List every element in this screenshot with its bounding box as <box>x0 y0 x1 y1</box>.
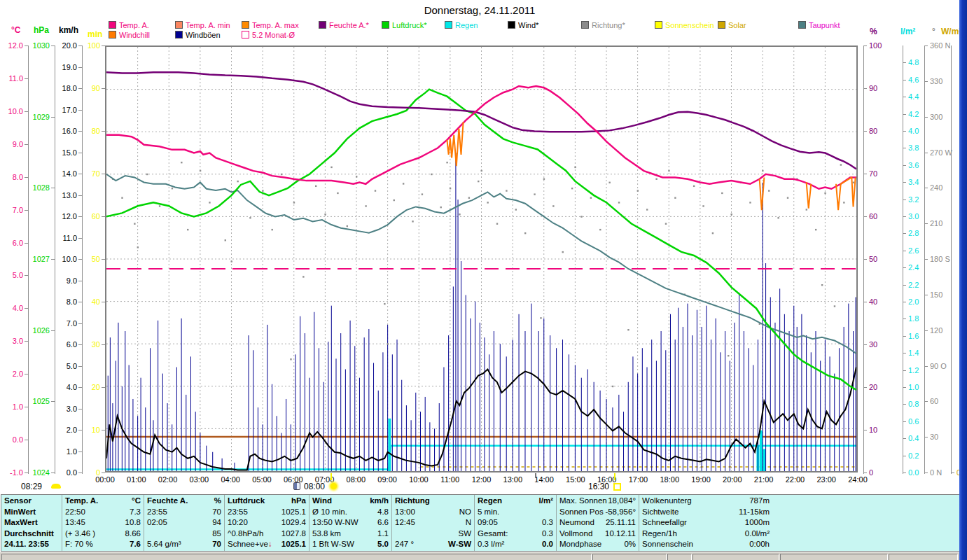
axis-tick <box>78 366 82 367</box>
legend-swatch <box>175 31 183 38</box>
axis-tick-label: 0.8 <box>908 400 919 408</box>
legend-label: Regen <box>455 21 478 29</box>
axis-tick-label: 50 <box>92 255 100 263</box>
cell-label: ^0.8hPa/h <box>228 528 263 540</box>
cell-label: 13:00 <box>395 507 415 518</box>
axis-tick-label: 7.0 <box>13 206 23 214</box>
cell-label: Vollmond <box>559 528 592 540</box>
axis-tick <box>903 318 906 319</box>
axis-tick-label: -1.0 <box>10 469 23 477</box>
cell-label: 10:20 <box>228 517 248 528</box>
time-label: 11:00 <box>436 475 464 484</box>
cell-value: 8.66 <box>125 528 141 540</box>
legend-item-windchill[interactable]: Windchill <box>109 31 150 39</box>
axis-tick-label: 180 S <box>930 255 950 263</box>
axis-tick <box>924 223 928 224</box>
axis-tick-label: 270 W <box>930 149 952 157</box>
axis-tick <box>903 251 906 251</box>
legend-label: Wind* <box>518 21 538 29</box>
axis-tick-label: 360 N <box>930 42 950 50</box>
time-label: 22:00 <box>781 475 809 484</box>
axis-tick <box>78 451 82 452</box>
cell-value: NO <box>459 507 471 518</box>
axis-line-% <box>863 46 864 474</box>
legend-label: Temp. A. <box>119 21 149 29</box>
legend-item-feuchte-a-[interactable]: Feuchte A.* <box>319 21 369 29</box>
status-bar-panel <box>667 554 692 560</box>
legend-item-windb-en[interactable]: Windböen <box>175 31 221 39</box>
cell-value: hPa <box>291 496 306 507</box>
time-label: 05:00 <box>248 475 276 484</box>
legend-item-temp-a-min[interactable]: Temp. A. min <box>175 21 230 29</box>
axis-unit-km/h: km/h <box>59 25 78 35</box>
axis-tick <box>25 440 28 440</box>
axis-tick-label: 2.6 <box>908 247 919 255</box>
status-bar-panel <box>693 554 779 560</box>
legend-label: Richtung* <box>592 21 625 29</box>
cell-label: 1 Bft W-SW <box>312 539 354 550</box>
cell-label: 5.64 g/m³ <box>147 539 181 550</box>
legend-item-luftdruck-[interactable]: Luftdruck* <box>382 21 427 29</box>
cell-label: Mondphase <box>559 539 601 550</box>
legend-item-sonnenschein[interactable]: Sonnenschein <box>655 21 714 29</box>
axis-tick-label: 1027 <box>33 255 50 263</box>
axis-unit-l/m²: l/m² <box>900 27 915 36</box>
axis-tick <box>903 404 906 405</box>
axis-tick <box>25 308 28 309</box>
axis-tick-label: 1.6 <box>908 332 919 340</box>
cell-value: SW <box>458 528 471 540</box>
legend-item-taupunkt[interactable]: Taupunkt <box>798 21 840 29</box>
axis-tick-label: 330 <box>930 78 942 85</box>
axis-tick <box>102 259 105 260</box>
axis-tick-label: 16.0 <box>62 127 77 135</box>
legend-swatch <box>242 31 249 38</box>
legend-item-solar[interactable]: Solar <box>718 21 746 29</box>
time-label: 19:00 <box>687 475 715 484</box>
axis-tick <box>924 188 928 188</box>
axis-tick-label: 10.0 <box>62 255 77 263</box>
axis-tick-label: 0.4 <box>908 435 919 442</box>
weather-column: Wolkenunterg787mSichtweite11-15kmSchneef… <box>639 495 772 551</box>
row-label: MinWert <box>4 507 59 518</box>
cell-label: Wind <box>312 496 332 507</box>
cell-label: Luftdruck <box>228 496 265 507</box>
axis-tick <box>78 302 82 302</box>
axis-tick <box>78 110 82 111</box>
axis-tick <box>78 153 82 153</box>
legend-item-5-2-monat-[interactable]: 5.2 Monat-Ø <box>242 31 295 39</box>
axis-tick <box>903 216 906 217</box>
axis-tick-label: 2.0 <box>908 298 919 306</box>
axis-tick-label: 11.0 <box>8 75 23 83</box>
time-label: 17:00 <box>624 475 652 484</box>
axis-tick-label: 10 <box>869 426 877 434</box>
time-label: 01:00 <box>123 475 151 484</box>
legend-item-temp-a-max[interactable]: Temp. A. max <box>242 21 299 29</box>
axis-tick <box>903 421 906 422</box>
weather-graph-window: Donnerstag, 24.11.2011 °ChPakm/hmin%l/m²… <box>0 0 967 560</box>
axis-tick <box>863 344 867 345</box>
axis-tick <box>102 46 105 46</box>
legend-item-wind-[interactable]: Wind* <box>508 21 538 29</box>
chart-canvas[interactable] <box>106 47 856 471</box>
axis-tick-label: 40 <box>92 298 100 306</box>
axis-tick-label: 4.6 <box>908 76 919 84</box>
legend-label: Temp. A. max <box>252 21 299 29</box>
legend-item-temp-a-[interactable]: Temp. A. <box>109 21 149 29</box>
axis-unit-%: % <box>870 27 877 36</box>
cell-value: 7.6 <box>130 539 141 550</box>
axis-tick-label: 4.4 <box>908 93 919 101</box>
axis-tick <box>51 117 55 118</box>
legend-item-regen[interactable]: Regen <box>445 21 478 29</box>
cell-label: Sonnenschein <box>642 539 693 550</box>
axis-tick <box>25 177 28 178</box>
legend-item-richtung-[interactable]: Richtung* <box>581 21 625 29</box>
moon-phase-icon <box>293 482 300 490</box>
cell-value: 5.0 <box>377 539 389 550</box>
chart-plot-area[interactable] <box>105 46 858 472</box>
axis-tick <box>78 238 82 239</box>
axis-tick-label: 100 <box>869 42 882 50</box>
axis-unit-min: min <box>88 29 102 39</box>
legend-swatch <box>718 21 725 29</box>
row-label: 24.11. 23:55 <box>4 539 59 550</box>
axis-tick <box>102 174 105 174</box>
